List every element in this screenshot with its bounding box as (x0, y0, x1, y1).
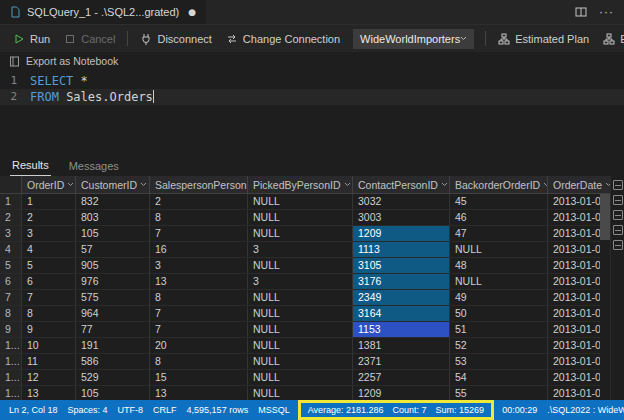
grid-cell[interactable]: 47 (450, 226, 548, 242)
enable-actual-plan-button[interactable]: Enable Actual Plan (596, 28, 624, 50)
grid-cell[interactable]: NULL (248, 258, 353, 274)
grid-cell[interactable]: 832 (76, 194, 150, 210)
grid-cell[interactable]: 13 (150, 274, 248, 290)
column-header-backorderorderid[interactable]: BackorderOrderID (450, 176, 548, 194)
grid-cell[interactable]: 54 (450, 370, 548, 386)
grid-cell[interactable]: 575 (76, 290, 150, 306)
scrollbar-thumb[interactable] (600, 194, 610, 240)
grid-cell[interactable]: 16 (150, 242, 248, 258)
grid-cell[interactable]: 8 (22, 306, 76, 322)
grid-cell[interactable]: 20 (150, 338, 248, 354)
cancel-button[interactable]: Cancel (57, 28, 122, 50)
chevron-down-icon[interactable] (137, 182, 147, 187)
row-number[interactable]: 2 (0, 210, 22, 226)
grid-cell[interactable]: 15 (150, 370, 248, 386)
status-line-col[interactable]: Ln 2, Col 18 (4, 405, 63, 415)
grid-cell[interactable]: 10 (22, 338, 76, 354)
grid-cell[interactable]: 1209 (353, 386, 450, 400)
grid-cell[interactable]: 45 (450, 194, 548, 210)
grid-cell[interactable]: 3176 (353, 274, 450, 290)
grid-cell[interactable]: 50 (450, 306, 548, 322)
grid-cell[interactable]: NULL (248, 386, 353, 400)
status-eol[interactable]: CRLF (148, 405, 182, 415)
grid-cell[interactable]: 3164 (353, 306, 450, 322)
more-actions-icon[interactable]: ··· (599, 7, 614, 17)
column-header-pickedbypersonid[interactable]: PickedByPersonID (248, 176, 353, 194)
grid-cell[interactable]: 55 (450, 386, 548, 400)
grid-cell[interactable]: 5 (22, 258, 76, 274)
grid-cell[interactable]: NULL (248, 226, 353, 242)
grid-cell[interactable]: 53 (450, 354, 548, 370)
column-header-contactpersonid[interactable]: ContactPersonID (353, 176, 450, 194)
disconnect-button[interactable]: Disconnect (133, 28, 218, 50)
chevron-down-icon[interactable] (341, 182, 351, 187)
grid-cell[interactable]: NULL (248, 370, 353, 386)
show-chart-icon[interactable] (613, 240, 623, 250)
chevron-down-icon[interactable] (602, 182, 610, 187)
tab-sqlquery[interactable]: SQLQuery_1 - .\SQL2...grated) ● (0, 0, 206, 24)
save-xml-icon[interactable] (613, 225, 623, 235)
grid-cell[interactable]: 529 (76, 370, 150, 386)
grid-cell[interactable]: 51 (450, 322, 548, 338)
grid-cell[interactable]: 12 (22, 370, 76, 386)
row-number[interactable]: 7 (0, 290, 22, 306)
split-editor-icon[interactable] (575, 6, 587, 18)
row-number[interactable]: 5 (0, 258, 22, 274)
status-connection[interactable]: .\SQL2022 : WideWorldImporters (542, 405, 624, 415)
status-row-count[interactable]: 4,595,157 rows (182, 405, 254, 415)
grid-cell[interactable]: 105 (76, 226, 150, 242)
grid-cell[interactable]: 2349 (353, 290, 450, 306)
grid-cell[interactable]: 1209 (353, 226, 450, 242)
run-button[interactable]: Run (6, 28, 57, 50)
grid-cell[interactable]: 7 (22, 290, 76, 306)
grid-cell[interactable]: 976 (76, 274, 150, 290)
grid-cell[interactable]: 3003 (353, 210, 450, 226)
status-language-mode[interactable]: MSSQL (253, 405, 295, 415)
grid-cell[interactable]: 3105 (353, 258, 450, 274)
grid-cell[interactable]: 2 (150, 194, 248, 210)
grid-cell[interactable]: NULL (248, 322, 353, 338)
grid-cell[interactable]: 7 (150, 226, 248, 242)
database-dropdown[interactable]: WideWorldImporters (353, 29, 474, 49)
grid-cell[interactable]: 7 (150, 322, 248, 338)
grid-cell[interactable]: 3 (248, 274, 353, 290)
grid-cell[interactable]: 191 (76, 338, 150, 354)
chevron-down-icon[interactable] (540, 182, 548, 187)
column-header-customerid[interactable]: CustomerID (76, 176, 150, 194)
grid-cell[interactable]: 1153 (353, 322, 450, 338)
grid-cell[interactable]: 11 (22, 354, 76, 370)
grid-cell[interactable]: 57 (76, 242, 150, 258)
row-number[interactable]: 4 (0, 242, 22, 258)
row-number[interactable]: 1... (0, 386, 22, 400)
grid-cell[interactable]: 2371 (353, 354, 450, 370)
grid-cell[interactable]: 3 (248, 242, 353, 258)
grid-cell[interactable]: 46 (450, 210, 548, 226)
row-number[interactable]: 1... (0, 338, 22, 354)
grid-cell[interactable]: 8 (150, 210, 248, 226)
tab-messages[interactable]: Messages (67, 158, 121, 176)
row-number[interactable]: 3 (0, 226, 22, 242)
grid-cell[interactable]: 1 (22, 194, 76, 210)
select-all-corner[interactable] (0, 176, 22, 194)
grid-cell[interactable]: 586 (76, 354, 150, 370)
change-connection-button[interactable]: Change Connection (219, 28, 347, 50)
grid-cell[interactable]: 964 (76, 306, 150, 322)
row-number[interactable]: 8 (0, 306, 22, 322)
grid-cell[interactable]: 905 (76, 258, 150, 274)
grid-cell[interactable]: NULL (248, 194, 353, 210)
chevron-down-icon[interactable] (64, 182, 74, 187)
grid-cell[interactable]: 13 (22, 386, 76, 400)
grid-cell[interactable]: 803 (76, 210, 150, 226)
results-scrollbar[interactable] (600, 194, 610, 400)
column-header-orderid[interactable]: OrderID (22, 176, 76, 194)
export-notebook-bar[interactable]: Export as Notebook (0, 52, 624, 70)
grid-cell[interactable]: 1113 (353, 242, 450, 258)
tab-results[interactable]: Results (10, 157, 51, 176)
grid-cell[interactable]: NULL (248, 306, 353, 322)
grid-cell[interactable]: 48 (450, 258, 548, 274)
row-number[interactable]: 1... (0, 354, 22, 370)
grid-cell[interactable]: 8 (150, 290, 248, 306)
grid-cell[interactable]: NULL (248, 290, 353, 306)
grid-cell[interactable]: 2257 (353, 370, 450, 386)
grid-cell[interactable]: 6 (22, 274, 76, 290)
